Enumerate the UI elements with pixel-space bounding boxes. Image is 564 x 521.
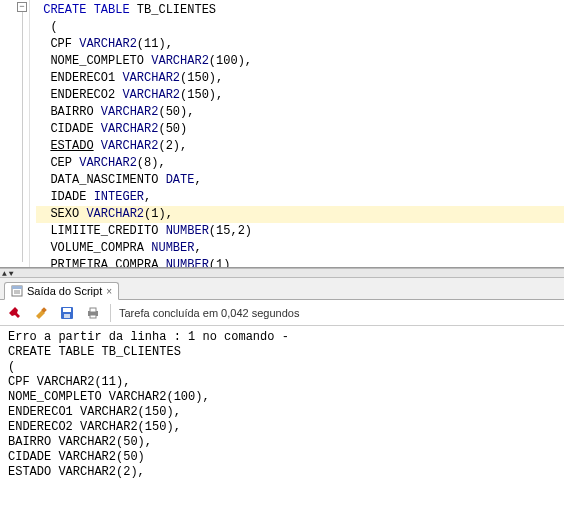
code-token: (1) — [209, 258, 231, 268]
code-line: VOLUME_COMPRA NUMBER, — [36, 240, 564, 257]
output-line: CPF VARCHAR2(11), — [8, 375, 556, 390]
close-icon[interactable]: × — [106, 286, 112, 297]
code-token: CIDADE — [50, 122, 100, 136]
code-token: VARCHAR2 — [151, 54, 209, 68]
output-line: ESTADO VARCHAR2(2), — [8, 465, 556, 480]
code-token: VARCHAR2 — [101, 122, 159, 136]
svg-rect-7 — [64, 314, 70, 318]
code-line: CEP VARCHAR2(8), — [36, 155, 564, 172]
output-tabbar: Saída do Script × — [0, 278, 564, 300]
code-token: ENDERECO1 — [50, 71, 122, 85]
code-line: ESTADO VARCHAR2(2), — [36, 138, 564, 155]
svg-rect-1 — [12, 286, 22, 289]
collapse-up-icon[interactable]: ▲ — [2, 269, 7, 278]
code-token: VARCHAR2 — [122, 71, 180, 85]
code-token: ( — [50, 20, 57, 34]
code-token: CPF — [50, 37, 79, 51]
code-token: (150), — [180, 71, 223, 85]
output-line: CREATE TABLE TB_CLIENTES — [8, 345, 556, 360]
code-token: ENDERECO2 — [50, 88, 122, 102]
code-token: (15,2) — [209, 224, 252, 238]
code-line: SEXO VARCHAR2(1), — [36, 206, 564, 223]
code-token: VARCHAR2 — [86, 207, 144, 221]
code-token: (50) — [158, 122, 187, 136]
code-token: CREATE — [43, 3, 86, 17]
code-line: IDADE INTEGER, — [36, 189, 564, 206]
output-line: BAIRRO VARCHAR2(50), — [8, 435, 556, 450]
code-line: PRIMEIRA_COMPRA NUMBER(1) — [36, 257, 564, 268]
code-token: INTEGER — [94, 190, 144, 204]
tab-script-output[interactable]: Saída do Script × — [4, 282, 119, 300]
code-token: TABLE — [94, 3, 130, 17]
svg-rect-10 — [90, 315, 96, 318]
output-line: CIDADE VARCHAR2(50) — [8, 450, 556, 465]
code-line: ENDERECO1 VARCHAR2(150), — [36, 70, 564, 87]
code-token: NUMBER — [166, 258, 209, 268]
code-line: CREATE TABLE TB_CLIENTES — [36, 2, 564, 19]
code-token: NUMBER — [151, 241, 194, 255]
output-line: Erro a partir da linha : 1 no comando - — [8, 330, 556, 345]
code-token: VOLUME_COMPRA — [50, 241, 151, 255]
code-token: (150), — [180, 88, 223, 102]
svg-rect-9 — [90, 308, 96, 312]
svg-rect-6 — [63, 308, 71, 312]
code-line: CIDADE VARCHAR2(50) — [36, 121, 564, 138]
code-token: DATE — [166, 173, 195, 187]
code-token: , — [194, 241, 201, 255]
code-token: PRIMEIRA_COMPRA — [50, 258, 165, 268]
code-token: VARCHAR2 — [79, 156, 137, 170]
code-token: DATA_NASCIMENTO — [50, 173, 165, 187]
clear-button[interactable] — [32, 304, 50, 322]
code-token: (100), — [209, 54, 252, 68]
save-button[interactable] — [58, 304, 76, 322]
code-token: (1), — [144, 207, 173, 221]
code-token: ESTADO — [50, 139, 93, 153]
script-output-icon — [11, 285, 23, 297]
code-line: ( — [36, 19, 564, 36]
output-line: ( — [8, 360, 556, 375]
code-line: DATA_NASCIMENTO DATE, — [36, 172, 564, 189]
tab-label: Saída do Script — [27, 285, 102, 297]
code-token: VARCHAR2 — [79, 37, 137, 51]
code-token — [86, 3, 93, 17]
code-token: BAIRRO — [50, 105, 100, 119]
code-token: CEP — [50, 156, 79, 170]
output-line: ENDERECO2 VARCHAR2(150), — [8, 420, 556, 435]
toolbar-separator — [110, 304, 111, 322]
output-line: NOME_COMPLETO VARCHAR2(100), — [8, 390, 556, 405]
script-output-area[interactable]: Erro a partir da linha : 1 no comando -C… — [0, 326, 564, 484]
code-token: (50), — [158, 105, 194, 119]
output-toolbar: Tarefa concluída em 0,042 segundos — [0, 300, 564, 326]
code-token: , — [194, 173, 201, 187]
sql-editor-pane: − CREATE TABLE TB_CLIENTES ( CPF VARCHAR… — [0, 0, 564, 268]
fold-guide — [22, 12, 23, 262]
collapse-down-icon[interactable]: ▼ — [9, 269, 14, 278]
code-token: IDADE — [50, 190, 93, 204]
fold-toggle[interactable]: − — [17, 2, 27, 12]
code-line: CPF VARCHAR2(11), — [36, 36, 564, 53]
gutter: − — [0, 0, 30, 267]
code-token: NOME_COMPLETO — [50, 54, 151, 68]
code-token: (8), — [137, 156, 166, 170]
code-token: NUMBER — [166, 224, 209, 238]
code-token: SEXO — [50, 207, 86, 221]
code-token: (2), — [158, 139, 187, 153]
code-token: VARCHAR2 — [101, 105, 159, 119]
task-status-text: Tarefa concluída em 0,042 segundos — [119, 307, 299, 319]
code-token: TB_CLIENTES — [130, 3, 216, 17]
code-token: , — [144, 190, 151, 204]
sql-code-area[interactable]: CREATE TABLE TB_CLIENTES ( CPF VARCHAR2(… — [30, 0, 564, 267]
code-line: ENDERECO2 VARCHAR2(150), — [36, 87, 564, 104]
code-line: BAIRRO VARCHAR2(50), — [36, 104, 564, 121]
code-token — [94, 139, 101, 153]
split-bar[interactable]: ▲ ▼ — [0, 268, 564, 278]
code-token: LIMIITE_CREDITO — [50, 224, 165, 238]
pin-button[interactable] — [6, 304, 24, 322]
code-line: NOME_COMPLETO VARCHAR2(100), — [36, 53, 564, 70]
code-token: VARCHAR2 — [122, 88, 180, 102]
code-line: LIMIITE_CREDITO NUMBER(15,2) — [36, 223, 564, 240]
code-token: VARCHAR2 — [101, 139, 159, 153]
print-button[interactable] — [84, 304, 102, 322]
code-token: (11), — [137, 37, 173, 51]
output-line: ENDERECO1 VARCHAR2(150), — [8, 405, 556, 420]
